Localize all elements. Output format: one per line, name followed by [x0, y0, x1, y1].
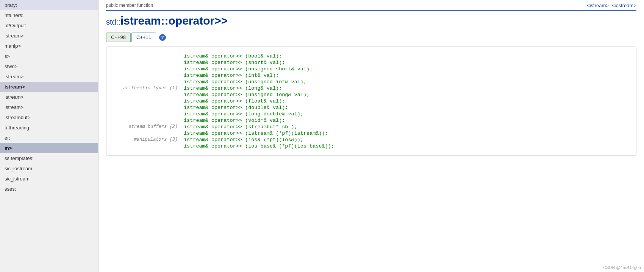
- code-label: [114, 143, 182, 149]
- code-line: istream& operator>> (short& val);: [182, 59, 628, 66]
- sidebar-item[interactable]: manip>: [0, 41, 98, 51]
- code-line: istream& operator>> (long& val);: [182, 85, 628, 92]
- code-line: istream& operator>> (unsigned short& val…: [182, 66, 628, 72]
- top-link[interactable]: <istream>: [587, 3, 609, 8]
- code-line: istream& operator>> (unsigned long& val)…: [182, 92, 628, 98]
- help-icon[interactable]: ?: [159, 34, 166, 41]
- code-line: istream& operator>> (int& val);: [182, 72, 628, 79]
- sidebar-item[interactable]: m>: [0, 143, 98, 153]
- code-line: istream& operator>> (float& val);: [182, 98, 628, 104]
- sidebar-item[interactable]: er:: [0, 133, 98, 143]
- sidebar-item[interactable]: ti-threading:: [0, 123, 98, 133]
- table-row: istream& operator>> (float& val);: [114, 98, 628, 104]
- code-line: istream& operator>> (unsigned int& val);: [182, 79, 628, 85]
- watermark: CSDN @4nc414g0n: [603, 265, 641, 270]
- top-link[interactable]: <iostream>: [612, 3, 636, 8]
- code-line: istream& operator>> (streambuf* sb );: [182, 124, 628, 130]
- table-row: arithmetic types (1)istream& operator>> …: [114, 85, 628, 92]
- table-row: istream& operator>> (double& val);: [114, 104, 628, 111]
- code-label: manipulators (3): [114, 137, 182, 143]
- code-label: stream buffers (2): [114, 124, 182, 130]
- table-row: istream& operator>> (void*& val);: [114, 117, 628, 124]
- code-label: [114, 117, 182, 124]
- sidebar-item[interactable]: istream>: [0, 71, 98, 82]
- table-row: stream buffers (2)istream& operator>> (s…: [114, 124, 628, 130]
- sidebar-item[interactable]: ut/Output:: [0, 20, 98, 31]
- code-box: istream& operator>> (bool& val);istream&…: [106, 47, 636, 156]
- code-line: istream& operator>> (long double& val);: [182, 111, 628, 117]
- table-row: istream& operator>> (istream& (*pf)(istr…: [114, 130, 628, 137]
- code-label: [114, 66, 182, 72]
- table-row: istream& operator>> (unsigned short& val…: [114, 66, 628, 72]
- tab-cpp98[interactable]: C++98: [106, 33, 131, 42]
- table-row: istream& operator>> (bool& val);: [114, 53, 628, 59]
- code-label: [114, 79, 182, 85]
- code-label: [114, 59, 182, 66]
- code-label: [114, 104, 182, 111]
- top-bar: public member function <istream><iostrea…: [106, 0, 636, 11]
- sidebar-item[interactable]: istream>: [0, 102, 98, 112]
- title-prefix: std::: [106, 18, 120, 26]
- code-label: [114, 98, 182, 104]
- table-row: manipulators (3)istream& operator>> (ios…: [114, 137, 628, 143]
- sidebar-item[interactable]: ntainers:: [0, 10, 98, 20]
- code-label: [114, 130, 182, 137]
- table-row: istream& operator>> (short& val);: [114, 59, 628, 66]
- code-line: istream& operator>> (void*& val);: [182, 117, 628, 124]
- tabs-container: C++98C++11?: [106, 33, 636, 42]
- sidebar-item[interactable]: ss templates:: [0, 153, 98, 163]
- table-row: istream& operator>> (long double& val);: [114, 111, 628, 117]
- table-row: istream& operator>> (ios_base& (*pf)(ios…: [114, 143, 628, 149]
- page-title: std::istream::operator>>: [106, 14, 636, 27]
- sidebar: brary:ntainers:ut/Output:istream>manip>s…: [0, 0, 98, 272]
- sidebar-item[interactable]: sses:: [0, 184, 98, 194]
- code-label: [114, 111, 182, 117]
- code-label: [114, 53, 182, 59]
- code-label: [114, 72, 182, 79]
- code-line: istream& operator>> (ios_base& (*pf)(ios…: [182, 143, 628, 149]
- sidebar-item[interactable]: istream>: [0, 82, 98, 92]
- table-row: istream& operator>> (int& val);: [114, 72, 628, 79]
- tab-cpp11[interactable]: C++11: [131, 33, 156, 42]
- code-label: [114, 92, 182, 98]
- table-row: istream& operator>> (unsigned int& val);: [114, 79, 628, 85]
- sidebar-item[interactable]: istream>: [0, 92, 98, 102]
- code-line: istream& operator>> (istream& (*pf)(istr…: [182, 130, 628, 137]
- sidebar-item[interactable]: sic_iostream: [0, 163, 98, 174]
- page-subtitle: public member function: [106, 3, 153, 8]
- sidebar-item[interactable]: istream>: [0, 31, 98, 41]
- code-line: istream& operator>> (bool& val);: [182, 53, 628, 59]
- sidebar-item[interactable]: istreambuf>: [0, 112, 98, 123]
- main-content: public member function <istream><iostrea…: [98, 0, 644, 272]
- sidebar-item[interactable]: sic_istream: [0, 174, 98, 184]
- table-row: istream& operator>> (unsigned long& val)…: [114, 92, 628, 98]
- code-line: istream& operator>> (double& val);: [182, 104, 628, 111]
- sidebar-item[interactable]: brary:: [0, 0, 98, 10]
- code-line: istream& operator>> (ios& (*pf)(ios&));: [182, 137, 628, 143]
- code-label: arithmetic types (1): [114, 85, 182, 92]
- title-func: istream::operator>>: [120, 14, 228, 27]
- sidebar-item[interactable]: sfwd>: [0, 61, 98, 71]
- top-links: <istream><iostream>: [584, 2, 636, 8]
- sidebar-item[interactable]: s>: [0, 51, 98, 61]
- code-table: istream& operator>> (bool& val);istream&…: [114, 53, 628, 149]
